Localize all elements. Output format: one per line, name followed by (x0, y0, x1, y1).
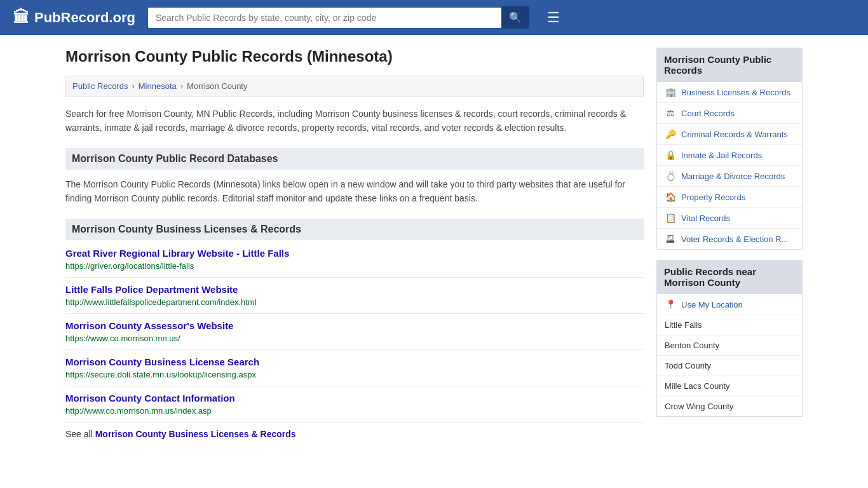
logo-text: PubRecord.org (34, 10, 135, 26)
sidebar-record-icon: ⚖ (665, 108, 676, 118)
sidebar-record-icon: 📋 (665, 213, 676, 223)
logo-icon: 🏛 (13, 8, 29, 27)
page-description: Search for free Morrison County, MN Publ… (65, 107, 644, 135)
page-title: Morrison County Public Records (Minnesot… (65, 48, 644, 65)
logo[interactable]: 🏛 PubRecord.org (13, 8, 135, 27)
nearby-county-item[interactable]: Crow Wing County (657, 396, 802, 416)
sidebar-record-label: Marriage & Divorce Records (681, 172, 785, 181)
sidebar-record-item[interactable]: ⚖Court Records (657, 103, 802, 124)
breadcrumb: Public Records › Minnesota › Morrison Co… (65, 76, 644, 97)
record-entry: Little Falls Police Department Website h… (65, 278, 644, 314)
record-url[interactable]: https://www.co.morrison.mn.us/ (65, 334, 180, 343)
databases-section-header: Morrison County Public Record Databases (65, 148, 644, 170)
nearby-label: Todd County (665, 361, 711, 370)
sidebar-record-label: Property Records (681, 193, 745, 202)
record-entry: Morrison County Business License Search … (65, 350, 644, 386)
sidebar-record-icon: 🔑 (665, 129, 676, 139)
record-url[interactable]: https://griver.org/locations/little-fall… (65, 261, 194, 271)
nearby-label: Crow Wing County (665, 402, 733, 411)
nearby-county-item[interactable]: Mille Lacs County (657, 376, 802, 396)
breadcrumb-sep-2: › (180, 81, 183, 91)
nearby-county-item[interactable]: Benton County (657, 336, 802, 356)
search-input[interactable] (148, 8, 501, 28)
record-entry: Morrison County Contact Information http… (65, 386, 644, 423)
record-entry: Great River Regional Library Website - L… (65, 248, 644, 278)
business-licenses-header: Morrison County Business Licenses & Reco… (65, 219, 644, 240)
menu-button[interactable]: ☰ (547, 11, 560, 25)
use-location-button[interactable]: 📍Use My Location (657, 294, 802, 315)
sidebar-record-label: Voter Records & Election R... (681, 234, 788, 244)
sidebar-records-section: Morrison County Public Records 🏢Business… (656, 48, 803, 250)
record-title[interactable]: Morrison County Business License Search (65, 356, 644, 367)
sidebar-record-icon: 🏢 (665, 87, 676, 97)
breadcrumb-public-records[interactable]: Public Records (72, 81, 128, 91)
location-icon: 📍 (665, 299, 676, 309)
sidebar-nearby-title: Public Records near Morrison County (656, 260, 803, 294)
search-button[interactable]: 🔍 (501, 6, 529, 29)
menu-icon: ☰ (547, 10, 560, 25)
content-area: Morrison County Public Records (Minnesot… (65, 48, 644, 439)
breadcrumb-minnesota[interactable]: Minnesota (139, 81, 177, 91)
sidebar-record-item[interactable]: 📋Vital Records (657, 208, 802, 229)
sidebar-record-item[interactable]: 🏢Business Licenses & Records (657, 82, 802, 103)
sidebar-nearby-items: 📍Use My LocationLittle FallsBenton Count… (656, 294, 803, 417)
sidebar-record-label: Criminal Records & Warrants (681, 130, 788, 139)
nearby-label: Little Falls (665, 320, 702, 330)
sidebar-record-label: Inmate & Jail Records (681, 151, 762, 160)
record-entry: Morrison County Assessor's Website https… (65, 314, 644, 350)
search-icon: 🔍 (509, 12, 522, 23)
sidebar-record-item[interactable]: 🔑Criminal Records & Warrants (657, 124, 802, 145)
site-header: 🏛 PubRecord.org 🔍 ☰ (0, 0, 868, 35)
sidebar-records-title: Morrison County Public Records (656, 48, 803, 82)
nearby-label: Mille Lacs County (665, 381, 730, 391)
nearby-county-item[interactable]: Todd County (657, 356, 802, 376)
breadcrumb-current: Morrison County (187, 81, 247, 91)
sidebar-record-icon: 🏠 (665, 192, 676, 202)
record-title[interactable]: Morrison County Assessor's Website (65, 320, 644, 331)
record-url[interactable]: http://www.littlefallspolicedepartment.c… (65, 297, 257, 307)
nearby-label: Benton County (665, 341, 719, 350)
sidebar-record-item[interactable]: 🗳Voter Records & Election R... (657, 229, 802, 249)
breadcrumb-sep-1: › (132, 81, 134, 91)
nearby-county-item[interactable]: Little Falls (657, 315, 802, 336)
sidebar-record-label: Business Licenses & Records (681, 88, 790, 97)
sidebar-record-item[interactable]: 💍Marriage & Divorce Records (657, 166, 802, 187)
see-all: See all Morrison County Business License… (65, 429, 644, 439)
see-all-label: See all (65, 429, 93, 439)
sidebar-record-links: 🏢Business Licenses & Records⚖Court Recor… (656, 82, 803, 250)
record-title[interactable]: Great River Regional Library Website - L… (65, 248, 644, 259)
main-container: Morrison County Public Records (Minnesot… (53, 35, 815, 452)
sidebar-record-label: Court Records (681, 109, 735, 118)
sidebar-nearby-section: Public Records near Morrison County 📍Use… (656, 260, 803, 417)
nearby-label: Use My Location (681, 300, 743, 309)
sidebar-record-item[interactable]: 🏠Property Records (657, 187, 802, 208)
sidebar-record-icon: 🗳 (665, 234, 676, 244)
sidebar-record-item[interactable]: 🔒Inmate & Jail Records (657, 145, 802, 166)
see-all-link[interactable]: Morrison County Business Licenses & Reco… (95, 429, 296, 439)
sidebar-record-icon: 💍 (665, 171, 676, 181)
record-url[interactable]: https://secure.doli.state.mn.us/lookup/l… (65, 370, 256, 379)
record-url[interactable]: http://www.co.morrison.mn.us/index.asp (65, 406, 212, 416)
record-title[interactable]: Morrison County Contact Information (65, 393, 644, 403)
records-list: Great River Regional Library Website - L… (65, 248, 644, 423)
sidebar-record-icon: 🔒 (665, 150, 676, 160)
record-title[interactable]: Little Falls Police Department Website (65, 284, 644, 295)
databases-description: The Morrison County Public Records (Minn… (65, 177, 644, 206)
sidebar-record-label: Vital Records (681, 214, 730, 223)
search-container: 🔍 (148, 6, 529, 29)
sidebar: Morrison County Public Records 🏢Business… (656, 48, 803, 439)
